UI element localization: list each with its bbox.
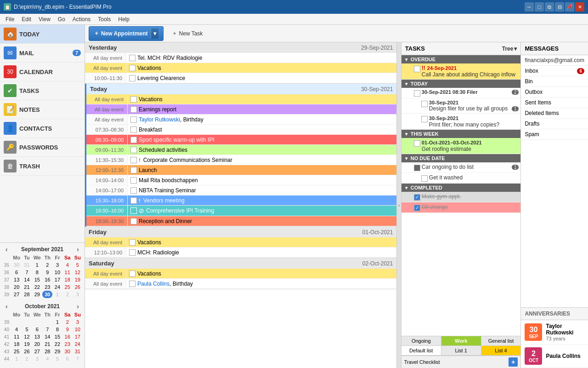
maximize-button[interactable]: ⧉ (545, 2, 554, 12)
task-checkbox-wrap[interactable] (413, 65, 422, 72)
cal-day[interactable]: 5 (73, 261, 83, 269)
cal-day[interactable]: 1 (52, 318, 62, 326)
event-content[interactable]: Breakfast (128, 125, 396, 134)
event-content[interactable]: ! Corporate Communications Seminar (128, 155, 396, 165)
cal-day[interactable]: 4 (62, 261, 73, 269)
event-checkbox[interactable] (130, 116, 137, 123)
event-content[interactable]: Reception and Dinner (128, 216, 396, 226)
task-checkbox[interactable] (421, 175, 428, 182)
new-appointment-button[interactable]: ＋ New Appointment ▾ (89, 26, 164, 41)
cal-day[interactable]: 18 (62, 276, 73, 283)
event-content[interactable]: Mail Rita boodschappen (128, 175, 396, 185)
event-checkbox[interactable] (129, 270, 136, 277)
cal-day[interactable]: 6 (62, 355, 73, 362)
task-checkbox[interactable] (414, 140, 420, 147)
event-checkbox[interactable] (130, 207, 137, 214)
sep-next-btn[interactable]: › (75, 246, 81, 253)
tab-work[interactable]: Work (441, 336, 481, 346)
cal-day[interactable]: 11 (62, 269, 73, 276)
tab-default[interactable]: Default list (401, 346, 441, 356)
sidebar-item-tasks[interactable]: ✔ TASKS (0, 81, 85, 100)
cal-day[interactable]: 8 (32, 269, 42, 276)
sidebar-item-notes[interactable]: 📝 NOTES (0, 100, 85, 119)
cal-day[interactable]: 19 (73, 276, 83, 283)
task-checkbox[interactable] (421, 116, 428, 122)
cal-day[interactable]: 27 (11, 291, 22, 298)
cal-day[interactable]: 10 (52, 269, 62, 276)
cal-day[interactable]: 3 (52, 261, 62, 269)
message-inbox[interactable]: Inbox 6 (521, 66, 588, 76)
minimize-button[interactable]: ─ (525, 2, 534, 12)
cal-day[interactable]: 5 (52, 355, 62, 362)
cal-day[interactable]: 4 (42, 355, 52, 362)
task-checkbox[interactable] (414, 66, 420, 72)
task-checkbox[interactable] (414, 205, 420, 211)
event-content[interactable]: Tel. MCH: RDV Radiologie (126, 53, 396, 63)
cal-day[interactable]: 2 (62, 291, 73, 298)
close-button[interactable]: ✕ (575, 2, 584, 12)
menu-tools[interactable]: Tools (94, 15, 114, 23)
task-checkbox-wrap[interactable] (420, 174, 429, 182)
sep-prev-btn[interactable]: ‹ (4, 246, 10, 253)
sidebar-item-today[interactable]: 🏠 TODAY (0, 25, 85, 44)
tab-list4[interactable]: List 4 (481, 346, 521, 356)
cal-day[interactable] (22, 318, 32, 326)
event-content[interactable]: Vacations (126, 63, 396, 73)
event-checkbox[interactable] (130, 106, 137, 113)
event-content[interactable]: Launch (128, 165, 396, 175)
cal-day[interactable]: 23 (42, 283, 52, 291)
cal-day[interactable]: 7 (42, 326, 52, 333)
tasks-add-button[interactable]: + (509, 357, 518, 367)
cal-day[interactable]: 16 (42, 276, 52, 283)
cal-day[interactable]: 18 (11, 340, 22, 348)
cal-day[interactable]: 26 (73, 283, 83, 291)
cal-day[interactable]: 24 (52, 283, 62, 291)
event-checkbox[interactable] (130, 177, 137, 184)
message-deleted[interactable]: Deleted Items (521, 108, 588, 119)
cal-day[interactable]: 28 (22, 291, 32, 298)
birthday-link-paula[interactable]: Paula Collins (137, 281, 170, 287)
tasks-tree-button[interactable]: Tree ▾ (502, 46, 517, 52)
cal-day[interactable]: 3 (73, 318, 83, 326)
cal-day[interactable]: 25 (62, 283, 73, 291)
cal-day[interactable]: 6 (32, 326, 42, 333)
tab-list1[interactable]: List 1 (441, 346, 481, 356)
menu-go[interactable]: Go (54, 15, 69, 23)
cal-day[interactable]: 10 (73, 326, 83, 333)
cal-day[interactable]: 3 (32, 355, 42, 362)
cal-day[interactable]: 3 (73, 291, 83, 298)
cal-day[interactable]: 17 (52, 276, 62, 283)
birthday-link[interactable]: Taylor Rutkowski (139, 116, 180, 123)
cal-day[interactable]: 24 (73, 340, 83, 348)
event-content[interactable]: Vacations (126, 269, 396, 278)
cal-day[interactable]: 12 (22, 333, 32, 340)
cal-day[interactable]: 1 (11, 355, 22, 362)
cal-day[interactable]: 5 (22, 326, 32, 333)
cal-day[interactable]: 1 (32, 261, 42, 269)
task-checkbox[interactable] (414, 165, 420, 171)
task-checkbox-wrap[interactable] (420, 100, 429, 107)
sidebar-item-trash[interactable]: 🗑 TRASH (0, 157, 85, 176)
event-checkbox[interactable] (130, 167, 137, 173)
cal-day[interactable]: 19 (22, 340, 32, 348)
event-content[interactable]: NBTA Training Seminar (128, 185, 396, 195)
cal-day[interactable]: 14 (42, 333, 52, 340)
cal-day[interactable]: 15 (32, 276, 42, 283)
task-checkbox-wrap[interactable] (413, 193, 422, 201)
cal-day[interactable]: 30 (11, 261, 22, 269)
sidebar-item-calendar[interactable]: 30 CALENDAR (0, 63, 85, 81)
cal-day[interactable]: 2 (62, 318, 73, 326)
cal-day[interactable]: 2 (22, 355, 32, 362)
cal-day[interactable]: 28 (42, 348, 52, 355)
cal-day[interactable]: 20 (11, 283, 22, 291)
cal-day[interactable]: 13 (32, 333, 42, 340)
message-drafts[interactable]: Drafts (521, 119, 588, 129)
cal-day[interactable]: 12 (73, 269, 83, 276)
cal-day[interactable]: 13 (11, 276, 22, 283)
menu-help[interactable]: Help (114, 15, 133, 23)
collapse-handle[interactable]: ‹ (397, 42, 401, 368)
cal-day[interactable]: 27 (32, 348, 42, 355)
cal-day[interactable]: 14 (22, 276, 32, 283)
oct-next-btn[interactable]: › (75, 303, 81, 310)
cal-day[interactable]: 21 (22, 283, 32, 291)
